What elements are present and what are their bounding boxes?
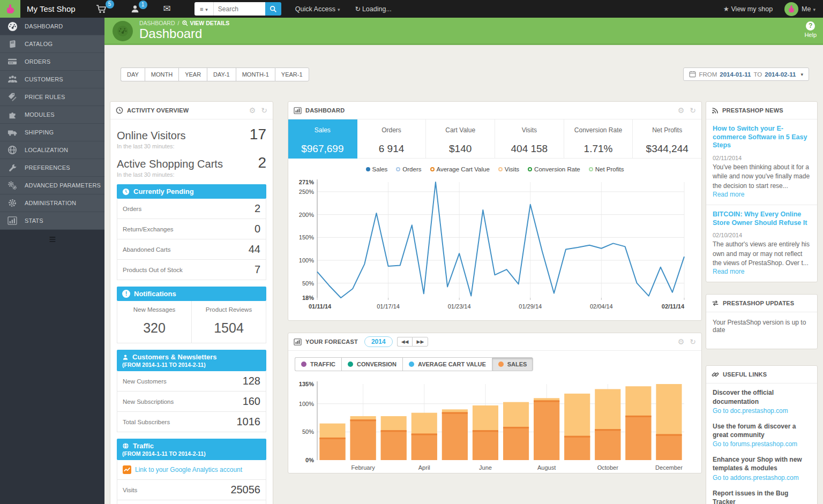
range-year-button[interactable]: YEAR <box>178 67 207 81</box>
messages-button[interactable]: ✉ <box>163 3 171 14</box>
toggle-traffic[interactable]: TRAFFIC <box>295 357 341 371</box>
range-month-button[interactable]: MONTH <box>145 67 178 81</box>
abandoned-carts-row[interactable]: Abandoned Carts 44 <box>117 239 266 260</box>
kpi-visits[interactable]: Visits 404 158 <box>495 119 564 159</box>
gear-icon[interactable]: ⚙ <box>678 106 685 115</box>
help-button[interactable]: ? Help <box>804 21 817 38</box>
kpi-cart-value[interactable]: Cart Value $140 <box>426 119 495 159</box>
active-carts-stat[interactable]: Active Shopping Carts 2 <box>117 154 266 171</box>
toggle-average-cart-value[interactable]: AVERAGE CART VALUE <box>402 357 492 371</box>
legend-average-cart-value[interactable]: Average Cart Value <box>430 166 490 172</box>
view-my-shop-link[interactable]: ★ View my shop <box>723 5 773 13</box>
kpi-orders[interactable]: Orders 6 914 <box>357 119 427 159</box>
customers-newsletters-header: Customers & Newsletters (FROM 2014-1-11 … <box>117 350 266 371</box>
prestashop-logo[interactable] <box>0 0 20 18</box>
sidebar-item-administration[interactable]: ADMINISTRATION <box>0 194 104 212</box>
range-day-1-button[interactable]: DAY-1 <box>207 67 236 81</box>
kpi-net-profits[interactable]: Net Profits $344,244 <box>633 119 701 159</box>
legend-conversion-rate[interactable]: Conversion Rate <box>528 166 580 172</box>
news-headline[interactable]: BITCOIN: Why Every Online Store Owner Sh… <box>713 210 811 227</box>
previous-year-button[interactable]: ◀◀ <box>397 337 413 347</box>
legend-sales[interactable]: Sales <box>366 166 388 172</box>
svg-text:100%: 100% <box>299 257 314 264</box>
traffic-header: Traffic (FROM 2014-1-11 TO 2014-2-11) <box>117 439 266 460</box>
refresh-icon[interactable]: ↻ <box>690 337 696 346</box>
sidebar-item-stats[interactable]: STATS <box>0 212 104 230</box>
total-subscribers-row[interactable]: Total Subscribers 1016 <box>117 412 266 432</box>
read-more-link[interactable]: Read more <box>713 268 811 275</box>
hand-cursor-icon <box>788 5 795 13</box>
refresh-icon[interactable]: ↻ <box>690 106 696 115</box>
doc-link[interactable]: Go to doc.prestashop.com <box>713 407 811 415</box>
useful-link-item: Use the forum & discover a great communi… <box>706 417 817 450</box>
gear-icon[interactable]: ⚙ <box>249 106 256 115</box>
svg-text:271%: 271% <box>299 179 314 185</box>
sidebar-item-modules[interactable]: MODULES <box>0 106 104 124</box>
svg-text:250%: 250% <box>299 189 314 195</box>
online-visitors-stat[interactable]: Online Visitors 17 <box>117 126 266 143</box>
toggle-conversion[interactable]: CONVERSION <box>341 357 402 371</box>
sidebar-item-dashboard[interactable]: DASHBOARD <box>0 18 104 35</box>
traffic-list: Link to your Google Analytics account Vi… <box>117 460 266 504</box>
panel-title: PRESTASHOP UPDATES <box>723 300 794 306</box>
new-customers-row[interactable]: New Customers 128 <box>117 371 266 392</box>
refresh-icon[interactable]: ↻ <box>261 106 267 115</box>
visits-row[interactable]: Visits 25056 <box>117 480 266 500</box>
search-input[interactable] <box>214 2 265 16</box>
user-avatar[interactable] <box>784 2 798 16</box>
range-month-1-button[interactable]: MONTH-1 <box>236 67 275 81</box>
sidebar-collapse-handle[interactable]: ≡ <box>0 230 104 249</box>
range-year-1-button[interactable]: YEAR-1 <box>275 67 309 81</box>
next-year-button[interactable]: ▶▶ <box>412 337 428 347</box>
google-analytics-link[interactable]: Link to your Google Analytics account <box>117 460 266 480</box>
legend-orders[interactable]: Orders <box>396 166 421 172</box>
search-button[interactable] <box>265 2 281 16</box>
date-range-picker[interactable]: FROM 2014-01-11 TO 2014-02-11 ▾ <box>683 67 809 81</box>
new-subscriptions-row[interactable]: New Subscriptions 160 <box>117 392 266 412</box>
sidebar-item-customers[interactable]: CUSTOMERS <box>0 71 104 88</box>
svg-text:August: August <box>537 464 556 471</box>
pending-orders-row[interactable]: Orders 2 <box>117 199 266 219</box>
user-menu[interactable]: Me▾ <box>802 5 815 13</box>
addons-link[interactable]: Go to addons.prestashop.com <box>713 474 811 482</box>
svg-text:50%: 50% <box>302 280 314 287</box>
sidebar-item-preferences[interactable]: PREFERENCES <box>0 159 104 177</box>
quick-access-menu[interactable]: Quick Access▾ <box>295 5 340 13</box>
gear-icon[interactable]: ⚙ <box>678 337 685 346</box>
view-details-link[interactable]: VIEW DETAILS <box>182 20 229 26</box>
unique-visitors-row[interactable]: Unique Visitors 15034 <box>117 500 266 504</box>
credit-card-icon <box>0 57 25 66</box>
panel-title: USEFUL LINKS <box>723 371 767 378</box>
out-of-stock-row[interactable]: Products Out of Stock 7 <box>117 260 266 280</box>
customers-button[interactable]: 1 <box>130 4 140 14</box>
cart-button[interactable]: 5 <box>96 4 107 14</box>
product-reviews-cell[interactable]: Product Reviews 1504 <box>191 301 266 343</box>
sidebar-item-orders[interactable]: ORDERS <box>0 53 104 71</box>
kpi-conversion-rate[interactable]: Conversion Rate 1.71% <box>564 119 633 159</box>
legend-net-profits[interactable]: Net Profits <box>589 166 624 172</box>
pending-returns-row[interactable]: Return/Exchanges 0 <box>117 219 266 239</box>
prestashop-updates-panel: PRESTASHOP UPDATES Your PrestaShop versi… <box>706 294 818 349</box>
prestashop-news-panel: PRESTASHOP NEWS How to Switch your E-com… <box>706 101 818 282</box>
search-type-dropdown[interactable]: ≡▾ <box>194 2 214 16</box>
kpi-sales[interactable]: Sales $967,699 <box>288 119 357 159</box>
sidebar-item-price-rules[interactable]: PRICE RULES <box>0 88 104 106</box>
sidebar-item-shipping[interactable]: SHIPPING <box>0 124 104 141</box>
read-more-link[interactable]: Read more <box>713 191 811 198</box>
news-headline[interactable]: How to Switch your E-commerce Software i… <box>713 125 811 150</box>
sidebar-item-advanced-parameters[interactable]: ADVANCED PARAMETERS <box>0 177 104 194</box>
notifications-cells: New Messages 320 Product Reviews 1504 <box>117 301 266 343</box>
legend-visits[interactable]: Visits <box>498 166 519 172</box>
new-messages-cell[interactable]: New Messages 320 <box>117 301 191 343</box>
toggle-sales[interactable]: SALES <box>492 357 534 371</box>
shop-name[interactable]: My Test Shop <box>27 4 76 13</box>
group-icon <box>0 75 25 84</box>
forums-link[interactable]: Go to forums.prestashop.com <box>713 440 811 448</box>
sidebar-item-localization[interactable]: LOCALIZATION <box>0 141 104 159</box>
tags-icon <box>0 92 25 102</box>
sidebar-item-catalog[interactable]: CATALOG <box>0 35 104 53</box>
range-day-button[interactable]: DAY <box>121 67 145 81</box>
forecast-year-badge: 2014 <box>364 336 393 347</box>
hamburger-icon: ≡ <box>200 6 203 12</box>
gauge-icon <box>0 21 25 32</box>
